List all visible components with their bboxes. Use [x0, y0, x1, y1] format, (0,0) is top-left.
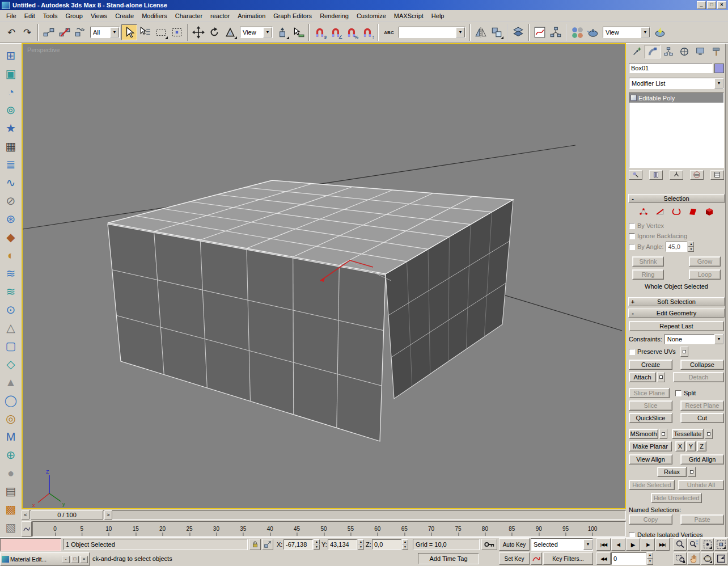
- shrink-button[interactable]: Shrink: [632, 256, 664, 267]
- left-tool-stack-icon[interactable]: ≣: [0, 155, 22, 174]
- z-coord-spinner[interactable]: ▲▼: [402, 539, 408, 550]
- viewport-canvas[interactable]: Z x y: [23, 44, 625, 508]
- window-restore-icon[interactable]: □: [71, 556, 79, 563]
- material-editor-icon[interactable]: [569, 24, 585, 40]
- menu-customize[interactable]: Customize: [353, 11, 390, 21]
- tab-utilities[interactable]: [708, 45, 724, 58]
- reset-plane-button[interactable]: Reset Plane: [680, 400, 724, 411]
- zoom-icon[interactable]: [674, 538, 687, 551]
- bind-to-spacewarp-icon[interactable]: [73, 24, 88, 40]
- window-crossing-toggle-icon[interactable]: [169, 24, 185, 40]
- stack-item-editable-poly[interactable]: Editable Poly: [629, 93, 723, 103]
- menu-graph-editors[interactable]: Graph Editors: [269, 11, 316, 21]
- slice-plane-button[interactable]: Slice Plane: [629, 388, 670, 398]
- slice-button[interactable]: Slice: [629, 400, 672, 411]
- key-mode-toggle-icon[interactable]: ◀◀: [596, 552, 611, 565]
- unhide-all-button[interactable]: Unhide All: [678, 480, 724, 490]
- pin-stack-icon[interactable]: [629, 170, 642, 180]
- chevron-down-icon[interactable]: ▼: [583, 539, 592, 550]
- preserve-uvs-settings-button[interactable]: [680, 347, 688, 357]
- restore-icon[interactable]: □: [707, 1, 716, 9]
- polygon-subobject-icon[interactable]: [687, 206, 699, 218]
- chevron-down-icon[interactable]: ▼: [263, 27, 272, 37]
- repeat-last-button[interactable]: Repeat Last: [629, 321, 724, 331]
- set-keys-icon[interactable]: [481, 539, 497, 550]
- unlink-selection-icon[interactable]: [57, 24, 73, 40]
- chevron-down-icon[interactable]: ▼: [456, 27, 465, 37]
- view-align-button[interactable]: View Align: [629, 454, 672, 464]
- align-icon[interactable]: [489, 24, 505, 40]
- grow-button[interactable]: Grow: [689, 256, 721, 267]
- object-color-swatch[interactable]: [714, 64, 724, 73]
- select-and-link-icon[interactable]: [41, 24, 57, 40]
- modifier-list-dropdown[interactable]: Modifier List ▼: [629, 78, 724, 89]
- x-coord-field[interactable]: -67,138: [283, 539, 313, 550]
- configure-modifier-sets-icon[interactable]: [710, 170, 724, 180]
- by-vertex-checkbox[interactable]: [629, 223, 635, 229]
- soft-selection-rollout-header[interactable]: + Soft Selection: [628, 297, 725, 306]
- left-tool-ripple-icon[interactable]: ≋: [0, 282, 22, 301]
- copy-button[interactable]: Copy: [629, 514, 672, 525]
- grid-align-button[interactable]: Grid Align: [680, 454, 724, 464]
- by-angle-checkbox[interactable]: [629, 244, 635, 250]
- planar-z-button[interactable]: Z: [697, 441, 706, 451]
- reference-coordinate-dropdown[interactable]: View ▼: [240, 27, 273, 38]
- select-and-rotate-icon[interactable]: [206, 24, 222, 40]
- select-and-manipulate-icon[interactable]: [290, 24, 306, 40]
- left-tool-orange-box-icon[interactable]: ▩: [0, 500, 22, 518]
- relax-button[interactable]: Relax: [657, 467, 687, 477]
- by-angle-field[interactable]: 45,0: [666, 242, 687, 252]
- panel-scrollbar[interactable]: [725, 44, 728, 537]
- detach-button[interactable]: Detach: [673, 372, 724, 382]
- chevron-down-icon[interactable]: ▼: [714, 78, 723, 88]
- left-tool-cylinder-icon[interactable]: ▢: [0, 337, 22, 355]
- zoom-all-icon[interactable]: [687, 538, 700, 551]
- viewport-label[interactable]: Perspective: [27, 47, 60, 53]
- relax-settings-button[interactable]: [688, 467, 696, 477]
- selection-filter-dropdown[interactable]: All ▼: [90, 27, 120, 38]
- chevron-down-icon[interactable]: ▼: [110, 27, 119, 37]
- go-to-end-icon[interactable]: ▶▶|: [655, 538, 670, 551]
- menu-maxscript[interactable]: MAXScript: [390, 11, 428, 21]
- edge-subobject-icon[interactable]: [654, 206, 666, 218]
- next-frame-step-icon[interactable]: |▶: [641, 538, 655, 551]
- trackbar-ruler[interactable]: 0510152025303540455055606570758085909510…: [32, 521, 626, 537]
- left-tool-box-icon[interactable]: ⊞: [0, 47, 22, 65]
- render-type-dropdown[interactable]: View ▼: [603, 27, 650, 38]
- layer-manager-icon[interactable]: [510, 24, 526, 40]
- attach-button[interactable]: Attach: [629, 372, 656, 382]
- percent-snap-toggle-icon[interactable]: %: [344, 24, 359, 40]
- tab-display[interactable]: [692, 45, 708, 58]
- key-filters-button[interactable]: Key Filters...: [543, 552, 593, 565]
- left-tool-image-icon[interactable]: ▦: [0, 137, 22, 155]
- menu-views[interactable]: Views: [87, 11, 111, 21]
- create-button[interactable]: Create: [629, 360, 672, 370]
- left-tool-hatch-icon[interactable]: ▧: [0, 518, 22, 537]
- schematic-view-icon[interactable]: [548, 24, 564, 40]
- quick-render-icon[interactable]: [652, 24, 668, 40]
- close-icon[interactable]: ×: [717, 1, 726, 9]
- spinner-snap-toggle-icon[interactable]: ↕: [359, 24, 375, 40]
- vertex-subobject-icon[interactable]: [638, 206, 649, 218]
- left-tool-figure-icon[interactable]: △: [0, 319, 22, 337]
- previous-frame-icon[interactable]: ◀|: [611, 538, 625, 551]
- split-checkbox[interactable]: [675, 390, 682, 396]
- menu-group[interactable]: Group: [61, 11, 87, 21]
- delete-isolated-checkbox[interactable]: [629, 532, 635, 538]
- hide-unselected-button[interactable]: Hide Unselected: [651, 493, 702, 503]
- redo-icon[interactable]: ↷: [19, 24, 35, 40]
- preserve-uvs-checkbox[interactable]: [629, 349, 635, 355]
- maxscript-mini-listener[interactable]: [0, 538, 61, 551]
- show-end-result-icon[interactable]: [649, 170, 663, 180]
- selection-lock-icon[interactable]: [249, 539, 261, 550]
- make-planar-button[interactable]: Make Planar: [629, 441, 672, 451]
- planar-x-button[interactable]: X: [675, 441, 685, 451]
- tessellate-button[interactable]: Tessellate: [672, 429, 704, 439]
- remove-modifier-icon[interactable]: [690, 170, 704, 180]
- menu-file[interactable]: File: [2, 11, 20, 21]
- msmooth-settings-button[interactable]: [659, 429, 667, 439]
- pan-hand-icon[interactable]: [687, 552, 700, 565]
- set-key-button[interactable]: Set Key: [499, 552, 530, 565]
- menu-modifiers[interactable]: Modifiers: [138, 11, 171, 21]
- current-time-field[interactable]: 0: [611, 552, 646, 565]
